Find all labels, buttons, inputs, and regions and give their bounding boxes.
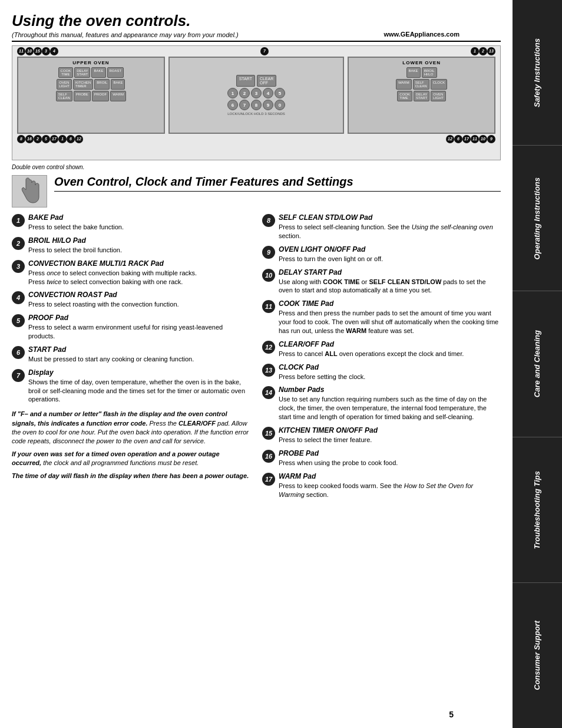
item-content-10: DELAY START Pad Use along with COOK TIME… [279, 268, 501, 295]
item-num-8: 8 [262, 214, 275, 227]
item-num-13: 13 [262, 364, 275, 377]
callout-b12b: 12 [446, 135, 454, 143]
item-6: 6 START Pad Must be pressed to start any… [12, 345, 250, 364]
btn-broil-lower[interactable]: BROILHI/LO [422, 67, 437, 78]
num-5[interactable]: 5 [275, 88, 285, 98]
item-content-9: OVEN LIGHT ON/OFF Pad Press to turn the … [279, 245, 501, 263]
item-title-7: Display [28, 368, 250, 377]
item-title-14: Number Pads [279, 386, 501, 394]
btn-clock-lower[interactable]: CLOCK [431, 79, 448, 90]
num-9[interactable]: 9 [263, 100, 273, 110]
sidebar-label-safety: Safety Instructions [533, 38, 542, 107]
num-4[interactable]: 4 [263, 88, 273, 98]
item-title-16: PROBE Pad [279, 449, 501, 457]
callout-b17a: 17 [50, 135, 58, 143]
num-0[interactable]: 0 [275, 100, 285, 110]
item-title-1: BAKE Pad [28, 213, 250, 222]
center-controls: START CLEAROFF [236, 75, 277, 87]
upper-buttons-2: OVENLIGHT KITCHENTIMER BROIL BAKE [21, 79, 161, 90]
num-2[interactable]: 2 [239, 88, 250, 98]
btn-cook-time[interactable]: COOKTIME [58, 67, 74, 78]
btn-broil-upper[interactable]: BROIL [94, 79, 110, 90]
btn-cook-time-lower[interactable]: COOKTIME [397, 91, 412, 101]
item-13: 13 CLOCK Pad Press before setting the cl… [262, 363, 501, 381]
hand-icon [12, 175, 47, 207]
sidebar-label-operating: Operating Instructions [533, 177, 542, 259]
callout-b2: 2 [34, 135, 42, 143]
btn-oven-light[interactable]: OVENLIGHT [57, 79, 72, 90]
btn-self-clean-lower[interactable]: SELFCLEAN [413, 79, 429, 90]
num-1[interactable]: 1 [227, 88, 238, 98]
item-text-13: Press before setting the clock. [279, 373, 501, 381]
num-3[interactable]: 3 [251, 88, 262, 98]
sidebar-item-safety[interactable]: Safety Instructions [513, 0, 562, 146]
item-content-14: Number Pads Use to set any function requ… [279, 386, 501, 421]
lower-oven-label: LOWER OVEN [351, 60, 492, 65]
diagram-body: UPPER OVEN COOKTIME DELAYSTART BAKE ROAS… [12, 55, 500, 135]
item-2: 2 BROIL HI/LO Pad Press to select the br… [12, 236, 250, 255]
item-17: 17 WARM Pad Press to keep cooked foods w… [262, 472, 501, 499]
item-11: 11 COOK TIME Pad Press and then press th… [262, 299, 501, 335]
item-title-8: SELF CLEAN STD/LOW Pad [279, 213, 501, 222]
callout-1: 1 [471, 47, 479, 55]
num-8[interactable]: 8 [251, 100, 262, 110]
btn-oven-light-lower[interactable]: OVENLIGHT [431, 91, 446, 101]
btn-clear-center[interactable]: CLEAROFF [257, 75, 276, 87]
item-num-9: 9 [262, 246, 275, 259]
item-10: 10 DELAY START Pad Use along with COOK T… [262, 268, 501, 295]
btn-roast[interactable]: ROAST [107, 67, 124, 78]
item-num-11: 11 [262, 300, 275, 313]
two-column-content: 1 BAKE Pad Press to select the bake func… [12, 213, 501, 503]
btn-warm-upper[interactable]: WARM [110, 91, 126, 101]
item-3: 3 CONVECTION BAKE MULTI/1 RACK Pad Press… [12, 259, 250, 286]
item-title-17: WARM Pad [279, 472, 501, 480]
item-num-1: 1 [12, 214, 25, 227]
callout-15: 15 [34, 47, 42, 55]
sidebar-item-troubleshooting[interactable]: Troubleshooting Tips [513, 437, 562, 583]
upper-oven-label: UPPER OVEN [21, 60, 161, 65]
btn-bake-upper[interactable]: BAKE [91, 67, 105, 78]
warning-block: If "F– and a number or letter" flash in … [12, 410, 250, 480]
page-number: 5 [449, 710, 454, 719]
item-content-2: BROIL HI/LO Pad Press to select the broi… [28, 236, 250, 255]
btn-kitchen-timer[interactable]: KITCHENTIMER [73, 79, 93, 90]
sidebar-label-care: Care and Cleaning [533, 330, 542, 397]
btn-delay-start-lower[interactable]: DELAYSTART [414, 91, 429, 101]
btn-warm-lower[interactable]: WARM [396, 79, 412, 90]
item-content-5: PROOF Pad Press to select a warm environ… [28, 314, 250, 341]
sidebar-item-consumer[interactable]: Consumer Support [513, 583, 562, 728]
sidebar: Safety Instructions Operating Instructio… [513, 0, 562, 728]
item-content-4: CONVECTION ROAST Pad Press to select roa… [28, 291, 250, 309]
num-7[interactable]: 7 [239, 100, 250, 110]
btn-delay-start[interactable]: DELAYSTART [74, 67, 90, 78]
callout-10: 10 [25, 47, 34, 55]
item-15: 15 KITCHEN TIMER ON/OFF Pad Press to sel… [262, 426, 501, 444]
btn-bake-2[interactable]: BAKE [111, 79, 125, 90]
section-header: Oven Control, Clock and Timer Features a… [12, 175, 501, 207]
left-column: 1 BAKE Pad Press to select the bake func… [12, 213, 250, 503]
lower-buttons-2: WARM SELFCLEAN CLOCK [351, 79, 492, 90]
num-pad-row2: 6 7 8 9 0 [227, 100, 285, 110]
btn-probe[interactable]: PROBE [74, 91, 91, 101]
btn-start-center[interactable]: START [236, 75, 255, 87]
item-5: 5 PROOF Pad Press to select a warm envir… [12, 314, 250, 341]
btn-proof[interactable]: PROOF [92, 91, 109, 101]
sidebar-item-operating[interactable]: Operating Instructions [513, 146, 562, 291]
sidebar-item-care[interactable]: Care and Cleaning [513, 291, 562, 437]
sidebar-label-consumer: Consumer Support [533, 621, 542, 690]
item-text-17: Press to keep cooked foods warm. See the… [279, 482, 501, 499]
callout-b16: 16 [25, 135, 34, 143]
item-num-3: 3 [12, 260, 25, 273]
item-title-5: PROOF Pad [28, 314, 250, 322]
btn-bake-lower[interactable]: BAKE [406, 67, 421, 78]
callout-numbers-bottom: 8 16 2 5 17 1 6 12 12 6 17 11 10 9 [12, 135, 500, 144]
btn-self-clean[interactable]: SELFCLEAN [56, 91, 72, 101]
num-6[interactable]: 6 [227, 100, 238, 110]
callout-b6b: 6 [454, 135, 462, 143]
item-title-11: COOK TIME Pad [279, 299, 501, 308]
item-title-12: CLEAR/OFF Pad [279, 340, 501, 348]
callout-b9: 9 [487, 135, 495, 143]
item-7: 7 Display Shows the time of day, oven te… [12, 368, 250, 404]
item-text-12: Press to cancel ALL oven operations exce… [279, 350, 501, 358]
item-title-3: CONVECTION BAKE MULTI/1 RACK Pad [28, 259, 250, 268]
